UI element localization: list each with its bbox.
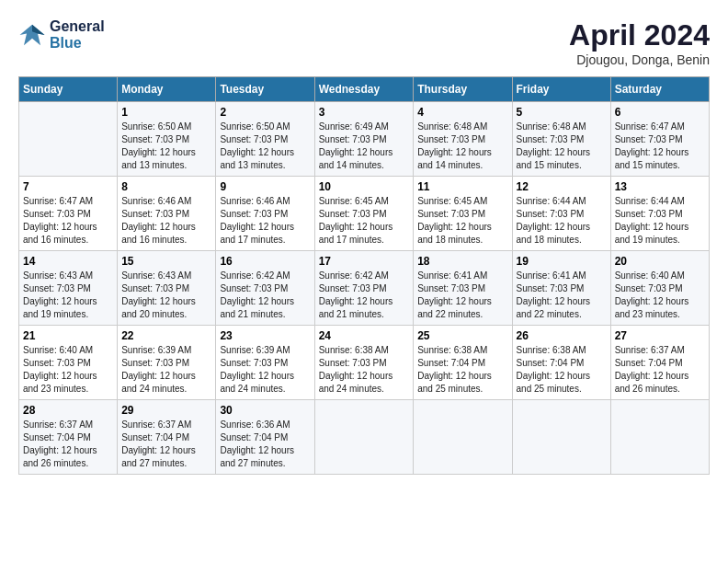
calendar-cell: 7Sunrise: 6:47 AM Sunset: 7:03 PM Daylig… bbox=[19, 177, 118, 251]
calendar-week-row: 28Sunrise: 6:37 AM Sunset: 7:04 PM Dayli… bbox=[19, 400, 710, 475]
calendar-cell: 9Sunrise: 6:46 AM Sunset: 7:03 PM Daylig… bbox=[216, 177, 314, 251]
logo: General Blue bbox=[18, 18, 105, 52]
day-number: 11 bbox=[417, 180, 507, 193]
day-info: Sunrise: 6:37 AM Sunset: 7:04 PM Dayligh… bbox=[121, 419, 211, 470]
weekday-header: Monday bbox=[118, 77, 216, 102]
calendar-cell: 17Sunrise: 6:42 AM Sunset: 7:03 PM Dayli… bbox=[314, 251, 414, 326]
day-info: Sunrise: 6:43 AM Sunset: 7:03 PM Dayligh… bbox=[121, 270, 211, 321]
calendar-cell: 20Sunrise: 6:40 AM Sunset: 7:03 PM Dayli… bbox=[610, 251, 709, 326]
weekday-header: Sunday bbox=[19, 77, 118, 102]
day-info: Sunrise: 6:40 AM Sunset: 7:03 PM Dayligh… bbox=[23, 344, 113, 396]
day-info: Sunrise: 6:41 AM Sunset: 7:03 PM Dayligh… bbox=[517, 270, 607, 321]
day-number: 21 bbox=[23, 329, 113, 342]
calendar-cell: 29Sunrise: 6:37 AM Sunset: 7:04 PM Dayli… bbox=[118, 400, 216, 475]
calendar-cell: 16Sunrise: 6:42 AM Sunset: 7:03 PM Dayli… bbox=[216, 251, 314, 326]
day-number: 1 bbox=[121, 106, 211, 119]
day-number: 28 bbox=[23, 404, 113, 417]
day-info: Sunrise: 6:44 AM Sunset: 7:03 PM Dayligh… bbox=[517, 195, 607, 247]
calendar-week-row: 21Sunrise: 6:40 AM Sunset: 7:03 PM Dayli… bbox=[19, 326, 710, 400]
calendar-cell: 14Sunrise: 6:43 AM Sunset: 7:03 PM Dayli… bbox=[19, 251, 118, 326]
calendar-cell: 26Sunrise: 6:38 AM Sunset: 7:04 PM Dayli… bbox=[512, 326, 610, 400]
weekday-header: Wednesday bbox=[314, 77, 414, 102]
day-info: Sunrise: 6:50 AM Sunset: 7:03 PM Dayligh… bbox=[121, 121, 211, 172]
day-info: Sunrise: 6:47 AM Sunset: 7:03 PM Dayligh… bbox=[615, 121, 705, 172]
day-number: 10 bbox=[319, 180, 410, 193]
calendar-cell bbox=[314, 400, 414, 475]
day-number: 30 bbox=[220, 404, 310, 417]
day-info: Sunrise: 6:37 AM Sunset: 7:04 PM Dayligh… bbox=[23, 419, 113, 470]
calendar-cell: 5Sunrise: 6:48 AM Sunset: 7:03 PM Daylig… bbox=[512, 102, 610, 177]
day-number: 12 bbox=[517, 180, 607, 193]
day-info: Sunrise: 6:47 AM Sunset: 7:03 PM Dayligh… bbox=[23, 195, 113, 247]
day-number: 17 bbox=[319, 255, 410, 268]
calendar-cell: 27Sunrise: 6:37 AM Sunset: 7:04 PM Dayli… bbox=[610, 326, 709, 400]
day-number: 13 bbox=[615, 180, 705, 193]
logo-text: General Blue bbox=[50, 18, 105, 52]
day-info: Sunrise: 6:39 AM Sunset: 7:03 PM Dayligh… bbox=[220, 344, 310, 396]
day-number: 23 bbox=[220, 329, 310, 342]
day-number: 4 bbox=[417, 106, 507, 119]
calendar-cell bbox=[414, 400, 512, 475]
calendar-cell: 15Sunrise: 6:43 AM Sunset: 7:03 PM Dayli… bbox=[118, 251, 216, 326]
calendar-cell: 23Sunrise: 6:39 AM Sunset: 7:03 PM Dayli… bbox=[216, 326, 314, 400]
weekday-header: Tuesday bbox=[216, 77, 314, 102]
day-number: 7 bbox=[23, 180, 113, 193]
logo-icon bbox=[18, 21, 46, 49]
day-number: 16 bbox=[220, 255, 310, 268]
calendar-cell: 6Sunrise: 6:47 AM Sunset: 7:03 PM Daylig… bbox=[610, 102, 709, 177]
day-number: 2 bbox=[220, 106, 310, 119]
day-number: 18 bbox=[417, 255, 507, 268]
day-info: Sunrise: 6:42 AM Sunset: 7:03 PM Dayligh… bbox=[319, 270, 410, 321]
page-header: General Blue April 2024 Djougou, Donga, … bbox=[18, 18, 710, 67]
calendar-week-row: 1Sunrise: 6:50 AM Sunset: 7:03 PM Daylig… bbox=[19, 102, 710, 177]
month-title: April 2024 bbox=[569, 18, 710, 52]
day-info: Sunrise: 6:50 AM Sunset: 7:03 PM Dayligh… bbox=[220, 121, 310, 172]
calendar-cell bbox=[610, 400, 709, 475]
location: Djougou, Donga, Benin bbox=[569, 52, 710, 67]
day-number: 5 bbox=[517, 106, 607, 119]
weekday-header-row: SundayMondayTuesdayWednesdayThursdayFrid… bbox=[19, 77, 710, 102]
day-number: 19 bbox=[517, 255, 607, 268]
weekday-header: Saturday bbox=[610, 77, 709, 102]
calendar-cell: 18Sunrise: 6:41 AM Sunset: 7:03 PM Dayli… bbox=[414, 251, 512, 326]
day-number: 6 bbox=[615, 106, 705, 119]
calendar-cell: 2Sunrise: 6:50 AM Sunset: 7:03 PM Daylig… bbox=[216, 102, 314, 177]
day-info: Sunrise: 6:38 AM Sunset: 7:04 PM Dayligh… bbox=[417, 344, 507, 396]
calendar-cell: 24Sunrise: 6:38 AM Sunset: 7:03 PM Dayli… bbox=[314, 326, 414, 400]
day-info: Sunrise: 6:38 AM Sunset: 7:04 PM Dayligh… bbox=[517, 344, 607, 396]
calendar-cell bbox=[512, 400, 610, 475]
title-block: April 2024 Djougou, Donga, Benin bbox=[569, 18, 710, 67]
day-info: Sunrise: 6:40 AM Sunset: 7:03 PM Dayligh… bbox=[615, 270, 705, 321]
day-info: Sunrise: 6:42 AM Sunset: 7:03 PM Dayligh… bbox=[220, 270, 310, 321]
day-number: 15 bbox=[121, 255, 211, 268]
calendar-cell: 8Sunrise: 6:46 AM Sunset: 7:03 PM Daylig… bbox=[118, 177, 216, 251]
calendar-cell: 21Sunrise: 6:40 AM Sunset: 7:03 PM Dayli… bbox=[19, 326, 118, 400]
day-number: 20 bbox=[615, 255, 705, 268]
calendar-cell: 3Sunrise: 6:49 AM Sunset: 7:03 PM Daylig… bbox=[314, 102, 414, 177]
calendar-cell: 28Sunrise: 6:37 AM Sunset: 7:04 PM Dayli… bbox=[19, 400, 118, 475]
day-number: 22 bbox=[121, 329, 211, 342]
day-info: Sunrise: 6:45 AM Sunset: 7:03 PM Dayligh… bbox=[319, 195, 410, 247]
day-number: 14 bbox=[23, 255, 113, 268]
day-info: Sunrise: 6:38 AM Sunset: 7:03 PM Dayligh… bbox=[319, 344, 410, 396]
day-info: Sunrise: 6:46 AM Sunset: 7:03 PM Dayligh… bbox=[121, 195, 211, 247]
day-number: 25 bbox=[417, 329, 507, 342]
calendar-week-row: 7Sunrise: 6:47 AM Sunset: 7:03 PM Daylig… bbox=[19, 177, 710, 251]
day-info: Sunrise: 6:39 AM Sunset: 7:03 PM Dayligh… bbox=[121, 344, 211, 396]
day-info: Sunrise: 6:44 AM Sunset: 7:03 PM Dayligh… bbox=[615, 195, 705, 247]
day-number: 3 bbox=[319, 106, 410, 119]
day-number: 24 bbox=[319, 329, 410, 342]
day-info: Sunrise: 6:48 AM Sunset: 7:03 PM Dayligh… bbox=[517, 121, 607, 172]
calendar-cell: 22Sunrise: 6:39 AM Sunset: 7:03 PM Dayli… bbox=[118, 326, 216, 400]
calendar-cell: 13Sunrise: 6:44 AM Sunset: 7:03 PM Dayli… bbox=[610, 177, 709, 251]
day-info: Sunrise: 6:46 AM Sunset: 7:03 PM Dayligh… bbox=[220, 195, 310, 247]
calendar-cell: 1Sunrise: 6:50 AM Sunset: 7:03 PM Daylig… bbox=[118, 102, 216, 177]
calendar-cell: 12Sunrise: 6:44 AM Sunset: 7:03 PM Dayli… bbox=[512, 177, 610, 251]
calendar-cell: 4Sunrise: 6:48 AM Sunset: 7:03 PM Daylig… bbox=[414, 102, 512, 177]
day-number: 29 bbox=[121, 404, 211, 417]
day-info: Sunrise: 6:41 AM Sunset: 7:03 PM Dayligh… bbox=[417, 270, 507, 321]
calendar-cell: 10Sunrise: 6:45 AM Sunset: 7:03 PM Dayli… bbox=[314, 177, 414, 251]
day-number: 9 bbox=[220, 180, 310, 193]
day-info: Sunrise: 6:43 AM Sunset: 7:03 PM Dayligh… bbox=[23, 270, 113, 321]
calendar-week-row: 14Sunrise: 6:43 AM Sunset: 7:03 PM Dayli… bbox=[19, 251, 710, 326]
